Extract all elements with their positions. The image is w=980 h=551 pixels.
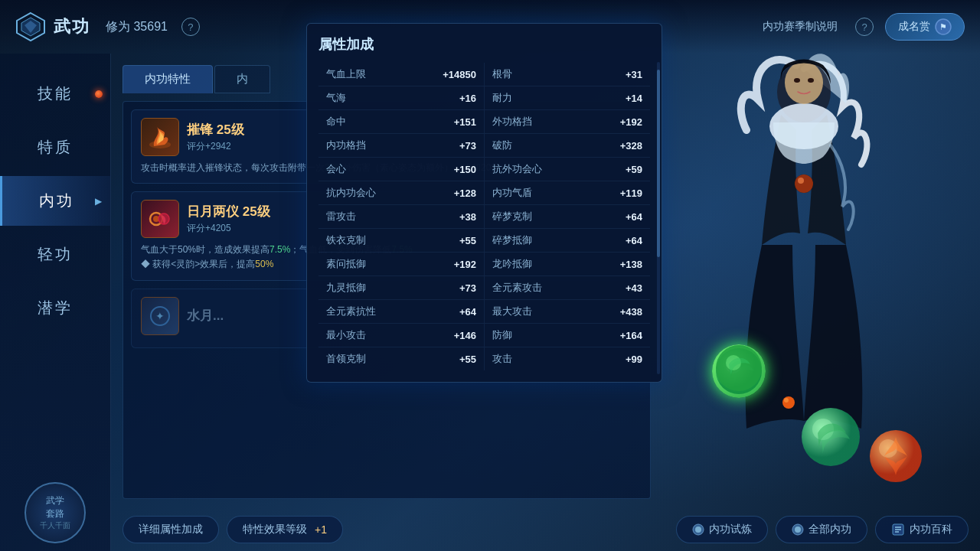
attr-row-2: 命中 +151 外功格挡 +192 bbox=[318, 110, 650, 134]
attr-val-qixue: +14850 bbox=[443, 69, 476, 80]
attr-row-8: 素问抵御 +192 龙吟抵御 +138 bbox=[318, 253, 650, 276]
attr-row-10: 全元素抗性 +64 最大攻击 +438 bbox=[318, 300, 650, 324]
attr-cell-zuida-gj: 最大攻击 +438 bbox=[485, 300, 650, 323]
bottom-right-buttons: 内功试炼 全部内功 内功百科 bbox=[676, 516, 969, 543]
attr-table: 气血上限 +14850 根骨 +31 气海 +16 耐力 +14 命中 +151 bbox=[318, 63, 650, 370]
sidebar-item-qinggong-label: 轻功 bbox=[38, 244, 73, 265]
attr-cell-fangyu: 防御 +164 bbox=[485, 324, 650, 347]
svg-text:✦: ✦ bbox=[155, 310, 165, 322]
sidebar-item-qianxue[interactable]: 潜学 bbox=[0, 283, 110, 333]
svg-point-15 bbox=[808, 78, 814, 83]
svg-point-11 bbox=[777, 61, 831, 122]
attr-cell-jiuling: 九灵抵御 +73 bbox=[318, 276, 485, 299]
attr-name-gengu: 根骨 bbox=[492, 67, 512, 81]
attr-cell-kang-wg: 抗外功会心 +59 bbox=[485, 158, 650, 181]
attr-panel-title: 属性加成 bbox=[318, 35, 650, 54]
cheng-ming-button[interactable]: 成名赏 ⚑ bbox=[885, 13, 965, 41]
svg-point-13 bbox=[785, 61, 823, 104]
skill-name-third: 水月... bbox=[187, 307, 224, 324]
attr-row-1: 气海 +16 耐力 +14 bbox=[318, 86, 650, 110]
svg-point-17 bbox=[795, 174, 813, 193]
svg-point-19 bbox=[716, 348, 762, 394]
logo-area: 武功 修为 35691 ? bbox=[15, 11, 200, 42]
orb-small-fire bbox=[781, 395, 796, 410]
attr-cell-kang-ng: 抗内功会心 +128 bbox=[318, 181, 485, 204]
wu-xue-line1: 武学 bbox=[46, 494, 64, 507]
sidebar-item-tezhi-label: 特质 bbox=[38, 137, 73, 158]
sidebar-item-jneng-label: 技能 bbox=[38, 83, 73, 104]
wu-xue-line3: 千人千面 bbox=[40, 520, 70, 531]
attr-cell-suwen: 素问抵御 +192 bbox=[318, 253, 485, 276]
attr-row-3: 内功格挡 +73 破防 +328 bbox=[318, 134, 650, 158]
help-button[interactable]: ? bbox=[181, 18, 200, 36]
neigong-baike-icon bbox=[891, 523, 905, 536]
sidebar-item-jneng[interactable]: 技能 bbox=[0, 69, 110, 119]
svg-point-23 bbox=[802, 408, 860, 466]
svg-point-30 bbox=[695, 527, 701, 533]
sidebar-item-neigong[interactable]: 内功 bbox=[0, 176, 110, 226]
orb-small-green bbox=[712, 341, 766, 395]
attr-cell-gongji: 攻击 +99 bbox=[485, 347, 650, 370]
attr-row-6: 雷攻击 +38 碎梦克制 +64 bbox=[318, 205, 650, 229]
attr-cell-gengu: 根骨 +31 bbox=[485, 63, 650, 86]
attr-cell-tiey: 铁衣克制 +55 bbox=[318, 229, 485, 252]
attr-cell-lei: 雷攻击 +38 bbox=[318, 205, 485, 228]
attr-cell-zuixiao-gj: 最小攻击 +146 bbox=[318, 324, 485, 347]
svg-point-32 bbox=[795, 527, 801, 533]
tab-second[interactable]: 内 bbox=[214, 65, 270, 93]
sidebar-item-qinggong[interactable]: 轻功 bbox=[0, 230, 110, 279]
attr-cell-suimeng-kz: 碎梦克制 +64 bbox=[485, 205, 650, 228]
all-neigong-button[interactable]: 全部内功 bbox=[776, 516, 867, 543]
neigong-shilian-button[interactable]: 内功试炼 bbox=[676, 516, 768, 543]
svg-point-12 bbox=[769, 103, 838, 149]
attr-cell-shouling: 首领克制 +55 bbox=[318, 347, 485, 370]
scroll-bar[interactable] bbox=[657, 62, 660, 374]
wu-xue-line2: 套路 bbox=[46, 507, 64, 520]
attr-row-7: 铁衣克制 +55 碎梦抵御 +64 bbox=[318, 229, 650, 253]
page-title: 武功 bbox=[54, 15, 90, 38]
svg-text:⚑: ⚑ bbox=[939, 22, 947, 31]
xiu-wei-label: 修为 35691 bbox=[106, 19, 168, 35]
sidebar: 技能 特质 内功 轻功 潜学 武学 套路 千人千面 bbox=[0, 54, 111, 551]
attr-panel: 属性加成 气血上限 +14850 根骨 +31 气海 +16 耐力 +14 bbox=[306, 23, 662, 383]
attr-row-4: 会心 +150 抗外功会心 +59 bbox=[318, 158, 650, 181]
neigong-shilian-icon bbox=[692, 523, 704, 536]
attr-cell-huixin: 会心 +150 bbox=[318, 158, 485, 181]
char-area bbox=[658, 0, 980, 551]
character-figure bbox=[674, 31, 934, 551]
attr-cell-quanyuansu-kx: 全元素抗性 +64 bbox=[318, 300, 485, 323]
attr-cell-ng-qidun: 内功气盾 +119 bbox=[485, 181, 650, 204]
tab-neigong-texing[interactable]: 内功特性 bbox=[122, 65, 213, 93]
attr-cell-qihai: 气海 +16 bbox=[318, 86, 485, 109]
attr-cell-quanyuansu-gj: 全元素攻击 +43 bbox=[485, 276, 650, 299]
neigong-baike-button[interactable]: 内功百科 bbox=[875, 516, 969, 543]
neigong-baike-label: 内功百科 bbox=[910, 523, 952, 536]
svg-point-24 bbox=[812, 419, 834, 440]
diamond-icon bbox=[15, 11, 46, 42]
attr-cell-longyin: 龙吟抵御 +138 bbox=[485, 253, 650, 276]
skill-icon-cuifeng bbox=[141, 118, 179, 156]
detailed-attr-button[interactable]: 详细属性加成 bbox=[122, 516, 219, 543]
texing-level-value: +1 bbox=[315, 523, 327, 536]
attr-cell-pofang: 破防 +328 bbox=[485, 134, 650, 157]
skills-indicator bbox=[95, 90, 103, 98]
neigong-shilian-label: 内功试炼 bbox=[709, 523, 752, 536]
texing-level-button[interactable]: 特性效果等级 +1 bbox=[227, 516, 343, 543]
orb-large-green-container bbox=[796, 403, 865, 474]
skill-riyue-info: 日月两仪 25级 评分+4205 bbox=[187, 203, 270, 235]
svg-point-14 bbox=[794, 78, 800, 83]
attr-cell-naili: 耐力 +14 bbox=[485, 86, 650, 109]
detailed-attr-label: 详细属性加成 bbox=[139, 523, 203, 536]
orb-small-green-container bbox=[712, 341, 766, 398]
attr-cell-mingzhong: 命中 +151 bbox=[318, 110, 485, 133]
nei-gong-help-button[interactable]: ? bbox=[855, 18, 874, 36]
svg-point-20 bbox=[726, 358, 741, 373]
svg-point-25 bbox=[870, 430, 922, 482]
sidebar-item-tezhi[interactable]: 特质 bbox=[0, 122, 110, 172]
wu-xue-badge[interactable]: 武学 套路 千人千面 bbox=[24, 482, 86, 543]
scroll-thumb bbox=[657, 70, 660, 257]
attr-cell-wg-gedan: 外功格挡 +192 bbox=[485, 110, 650, 133]
skill-info: 摧锋 25级 评分+2942 bbox=[187, 121, 244, 153]
all-neigong-icon bbox=[792, 523, 804, 536]
top-bar-right: 内功赛季制说明 ? 成名赏 ⚑ bbox=[763, 13, 965, 41]
